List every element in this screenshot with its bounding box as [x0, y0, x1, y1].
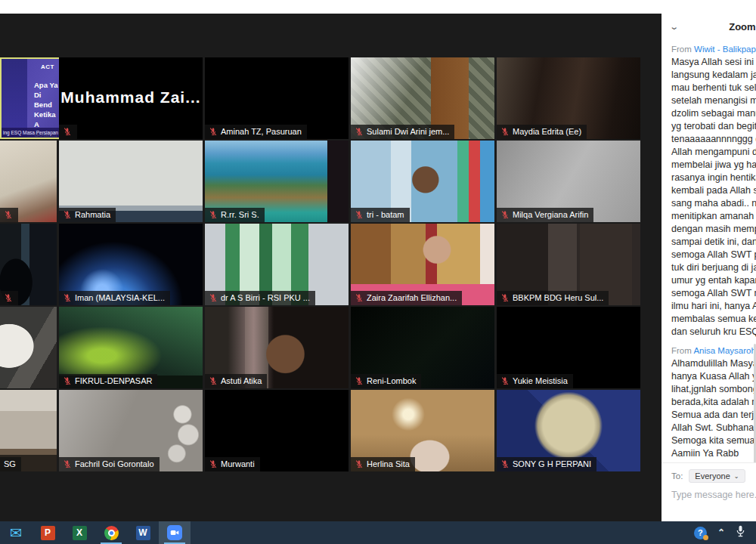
taskbar-powerpoint-button[interactable]: P — [32, 521, 64, 544]
participant-name-tag: Milqa Vergiana Arifin — [497, 208, 593, 222]
taskbar-excel-button[interactable]: X — [64, 521, 95, 544]
participant-name-label: dr A S Birri - RSI PKU ... — [221, 293, 310, 303]
video-tile-tri-batam[interactable]: tri - batam — [351, 141, 494, 222]
chat-message-line: dzolim sebagai manu — [671, 107, 756, 120]
video-tile-muhammad[interactable]: Muhammad Zai... — [59, 57, 203, 139]
video-tile-milqa[interactable]: Milqa Vergiana Arifin — [497, 141, 640, 222]
sender-name: Anisa Maysaroh — [693, 346, 755, 355]
chat-message-line: sampai detik ini, dan — [671, 236, 756, 249]
chat-message-header: From Anisa Maysaroh to — [671, 346, 756, 355]
chevron-down-icon[interactable]: ⌄ — [669, 22, 679, 32]
participant-name-tag — [0, 291, 18, 305]
muted-mic-icon — [209, 459, 218, 469]
chat-message-line: tuk diri berjuang di ja — [671, 261, 756, 274]
taskbar-mail-button[interactable]: ✉ — [0, 521, 32, 544]
participant-name-label: Yukie Meistisia — [513, 376, 568, 386]
participant-name-tag: Zaira Zaarifah Ellizhan... — [351, 291, 462, 305]
video-tile-sulami[interactable]: Sulami Dwi Arini jem... — [351, 57, 494, 139]
video-tile-sony[interactable]: SONY G H PERPANI — [497, 390, 640, 471]
chat-message-line: lihat,jgnlah sombong — [671, 383, 756, 396]
taskbar-word-button[interactable]: W — [127, 521, 159, 544]
video-tile-zaira[interactable]: Zaira Zaarifah Ellizhan... — [351, 224, 494, 305]
sender-name: Wiwit - Balikpapan — [694, 45, 756, 54]
video-tile-yukie[interactable]: Yukie Meistisia — [497, 307, 640, 388]
muted-mic-icon — [209, 210, 218, 220]
participant-name-tag: Iman (MALAYSIA-KEL... — [59, 291, 170, 305]
microphone-tray-icon[interactable] — [736, 525, 745, 540]
chrome-icon — [104, 526, 119, 540]
video-tile-rrr-sri[interactable]: R.rr. Sri S. — [205, 141, 349, 222]
muted-mic-icon — [500, 459, 510, 469]
muted-mic-icon — [4, 293, 13, 303]
video-tile-maydia[interactable]: Maydia Edrita (Ee) — [497, 57, 640, 139]
taskbar: ✉ P X W ? ⌃ — [0, 521, 756, 544]
video-tile-partial-left[interactable]: SG — [0, 390, 57, 471]
participant-name-tag: Herlina Sita — [351, 457, 415, 471]
video-tile-birri[interactable]: dr A S Birri - RSI PKU ... — [205, 224, 349, 305]
chat-message-line: hanya Kuasa Allah yg — [671, 370, 756, 383]
chat-message-line: Masya Allah sesi ini b — [671, 56, 756, 69]
video-tile-reni[interactable]: Reni-Lombok — [351, 307, 494, 388]
chat-message-line: setelah menangisi me — [671, 94, 756, 107]
participant-name-tag: Fachril Goi Gorontalo — [59, 457, 160, 471]
video-tile-astuti[interactable]: Astuti Atika — [205, 307, 349, 388]
participant-name-tag: tri - batam — [351, 208, 410, 222]
slide-side-band — [2, 59, 27, 138]
chat-message-line: Alhamdulillah Masya — [671, 357, 756, 370]
participant-name-label: FIKRUL-DENPASAR — [75, 376, 152, 386]
participant-name-label: Iman (MALAYSIA-KEL... — [75, 293, 165, 303]
video-tile-iman[interactable]: Iman (MALAYSIA-KEL... — [59, 224, 203, 305]
chat-message-line: semoga Allah SWT p — [671, 249, 756, 261]
taskbar-chrome-button[interactable] — [95, 521, 127, 544]
participant-name-label: Maydia Edrita (Ee) — [513, 127, 581, 137]
chat-message-line: Allah Swt. Subhanalla — [671, 422, 756, 434]
video-tile-fikrul[interactable]: FIKRUL-DENPASAR — [59, 307, 203, 388]
video-tile-murwanti[interactable]: Murwanti — [205, 390, 349, 471]
participant-name-label: R.rr. Sri S. — [221, 210, 259, 220]
video-tile-partial-left[interactable] — [0, 224, 57, 305]
video-tile-rahmatia[interactable]: Rahmatia — [59, 141, 203, 222]
muted-mic-icon — [63, 459, 72, 469]
chat-message-line: tenaaaaaannnnggg d — [671, 133, 756, 146]
chat-title: Zoom G — [729, 21, 756, 32]
video-tile-herlina[interactable]: Herlina Sita — [351, 390, 494, 471]
participant-name-tag: Reni-Lombok — [351, 374, 421, 388]
participant-name-label: BBKPM BDG Heru Sul... — [513, 293, 603, 303]
shared-screen-tile[interactable]: ACTApa YaDi BendKetika ASoal....ing ESQ … — [0, 57, 60, 139]
chat-message-list: From Wiwit - BalikpapanMasya Allah sesi … — [662, 45, 756, 460]
muted-mic-icon — [209, 293, 218, 303]
video-tile-fachril[interactable]: Fachril Goi Gorontalo — [59, 390, 203, 471]
message-input[interactable]: Type message here... — [671, 490, 756, 500]
show-hidden-icons-chevron[interactable]: ⌃ — [717, 527, 725, 538]
to-label: To: — [671, 471, 683, 481]
chat-message-line: sang maha abadi.. na — [671, 197, 756, 210]
recipient-dropdown[interactable]: Everyone ⌄ — [689, 469, 745, 483]
video-tile-partial-left[interactable] — [0, 307, 57, 388]
chat-message-header: From Wiwit - Balikpapan — [671, 45, 756, 54]
help-icon[interactable]: ? — [694, 527, 707, 539]
from-label: From — [671, 346, 693, 355]
chat-message-line: rasanya ingin hentika — [671, 172, 756, 184]
muted-mic-icon — [355, 376, 364, 386]
participant-name-label: Reni-Lombok — [367, 376, 416, 386]
muted-mic-icon — [63, 210, 72, 220]
chat-header: ⌄ Zoom G — [662, 0, 756, 37]
video-tile-bbkpm[interactable]: BBKPM BDG Heru Sul... — [497, 224, 640, 305]
participant-name-label: Milqa Vergiana Arifin — [513, 210, 588, 220]
participant-name-tag — [59, 125, 77, 139]
participant-name-label: Murwanti — [221, 459, 255, 469]
top-strip — [0, 0, 756, 14]
video-tile-partial-left[interactable] — [0, 141, 57, 222]
video-tile-aminah[interactable]: Aminah TZ, Pasuruan — [205, 57, 349, 139]
mail-icon: ✉ — [10, 526, 22, 540]
muted-mic-icon — [500, 293, 510, 303]
powerpoint-icon: P — [41, 526, 55, 540]
chat-message-line: Semoga kita semua s — [671, 434, 756, 447]
taskbar-zoom-button[interactable] — [159, 521, 191, 544]
muted-mic-icon — [209, 376, 218, 386]
zoom-icon — [167, 525, 182, 540]
participant-name-tag: R.rr. Sri S. — [205, 208, 265, 222]
muted-mic-icon — [63, 376, 72, 386]
act-logo: ACT — [41, 63, 54, 70]
chat-message-line: langsung kedalam ja — [671, 69, 756, 82]
